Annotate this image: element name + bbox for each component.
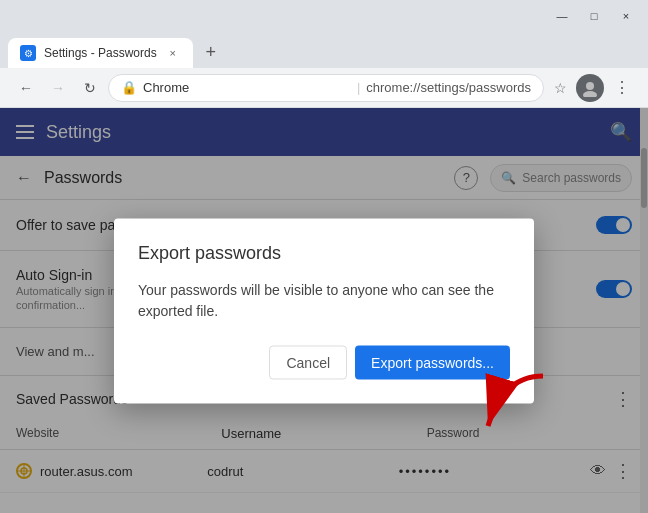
page-area: Settings 🔍 ← Passwords ? 🔍 Search passwo… [0, 108, 648, 513]
dialog-title: Export passwords [138, 242, 510, 263]
maximize-button[interactable]: □ [580, 6, 608, 26]
tab-close-button[interactable]: × [165, 45, 181, 61]
tab-favicon: ⚙ [20, 45, 36, 61]
lock-icon: 🔒 [121, 80, 137, 95]
tab-bar: ⚙ Settings - Passwords × + [0, 32, 648, 68]
red-arrow-indicator [473, 371, 553, 445]
bookmark-button[interactable]: ☆ [548, 76, 572, 100]
chrome-menu-button[interactable]: ⋮ [608, 74, 636, 102]
minimize-button[interactable]: — [548, 6, 576, 26]
address-divider: | [357, 80, 360, 95]
window-controls: — □ × [548, 6, 640, 26]
tab-title: Settings - Passwords [44, 46, 157, 60]
cancel-button[interactable]: Cancel [269, 345, 347, 379]
new-tab-button[interactable]: + [197, 38, 225, 66]
title-bar: — □ × [0, 0, 648, 32]
profile-button[interactable] [576, 74, 604, 102]
nav-bar: ← → ↻ 🔒 Chrome | chrome://settings/passw… [0, 68, 648, 108]
address-bar[interactable]: 🔒 Chrome | chrome://settings/passwords [108, 74, 544, 102]
svg-point-1 [583, 91, 597, 97]
export-passwords-dialog: Export passwords Your passwords will be … [114, 218, 534, 403]
address-url: chrome://settings/passwords [366, 80, 531, 95]
svg-point-0 [586, 82, 594, 90]
forward-button[interactable]: → [44, 74, 72, 102]
back-button[interactable]: ← [12, 74, 40, 102]
close-button[interactable]: × [612, 6, 640, 26]
active-tab[interactable]: ⚙ Settings - Passwords × [8, 38, 193, 68]
address-site: Chrome [143, 80, 351, 95]
dialog-message: Your passwords will be visible to anyone… [138, 279, 510, 321]
dialog-buttons: Cancel Export passwords... [138, 345, 510, 379]
refresh-button[interactable]: ↻ [76, 74, 104, 102]
